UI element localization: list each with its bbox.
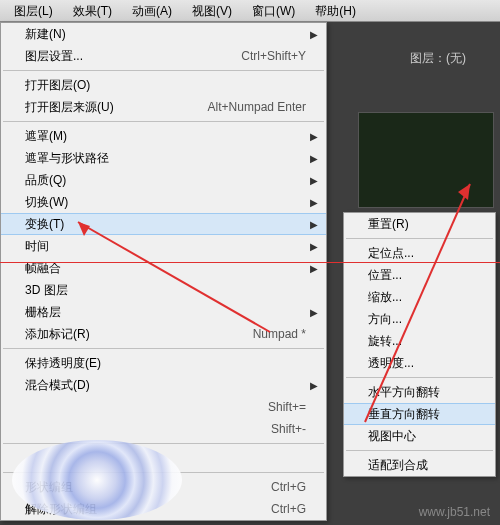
menu-item-shortcut: Ctrl+Shift+Y [241, 49, 306, 63]
menu-item-shortcut: Shift+- [271, 422, 306, 436]
menu-item-label: 打开图层(O) [25, 77, 306, 94]
menu-item-label: 混合模式(D) [25, 377, 306, 394]
menu-item-label: 新建(N) [25, 26, 306, 43]
submenu-arrow-icon: ▶ [310, 153, 318, 164]
layer-menu-item-3-2[interactable]: Shift+= [1, 396, 326, 418]
preview-thumbnail [358, 112, 494, 208]
menu-item-label: 品质(Q) [25, 172, 306, 189]
menu-item-label: 切换(W) [25, 194, 306, 211]
menubar: 图层(L)效果(T)动画(A)视图(V)窗口(W)帮助(H) [0, 0, 500, 22]
layer-menu-item-2-4[interactable]: 变换(T)▶ [1, 213, 326, 235]
submenu-arrow-icon: ▶ [310, 263, 318, 274]
menu-item-label: 缩放... [368, 289, 475, 306]
layer-menu-separator [3, 443, 324, 444]
layer-menu-item-2-8[interactable]: 栅格层▶ [1, 301, 326, 323]
menu-item-label: 水平方向翻转 [368, 384, 475, 401]
transform-menu-item-1-4[interactable]: 旋转... [344, 330, 495, 352]
submenu-arrow-icon: ▶ [310, 29, 318, 40]
layer-menu-item-2-0[interactable]: 遮罩(M)▶ [1, 125, 326, 147]
menu-item-label: 视图中心 [368, 428, 475, 445]
menubar-item-1[interactable]: 效果(T) [63, 0, 122, 21]
layer-menu-item-3-0[interactable]: 保持透明度(E) [1, 352, 326, 374]
menu-item-label: 定位点... [368, 245, 475, 262]
layer-menu-item-0-1[interactable]: 图层设置...Ctrl+Shift+Y [1, 45, 326, 67]
layer-menu-item-0-0[interactable]: 新建(N)▶ [1, 23, 326, 45]
menu-item-label: 透明度... [368, 355, 475, 372]
submenu-arrow-icon: ▶ [310, 197, 318, 208]
menu-item-label: 图层设置... [25, 48, 221, 65]
transform-menu-item-1-5[interactable]: 透明度... [344, 352, 495, 374]
transform-menu-separator [346, 238, 493, 239]
menu-item-shortcut: Shift+= [268, 400, 306, 414]
submenu-arrow-icon: ▶ [310, 219, 318, 230]
layer-menu-item-1-0[interactable]: 打开图层(O) [1, 74, 326, 96]
submenu-arrow-icon: ▶ [310, 241, 318, 252]
submenu-arrow-icon: ▶ [310, 175, 318, 186]
transform-menu-item-2-1[interactable]: 垂直方向翻转 [344, 403, 495, 425]
menu-item-label: 垂直方向翻转 [368, 406, 475, 423]
menu-item-shortcut: Alt+Numpad Enter [208, 100, 306, 114]
transform-menu-separator [346, 377, 493, 378]
menu-item-label: 打开图层来源(U) [25, 99, 188, 116]
layer-menu-item-2-7[interactable]: 3D 图层 [1, 279, 326, 301]
annotation-line [0, 262, 500, 263]
watermark: www.jb51.net [419, 505, 490, 519]
layer-menu-item-2-2[interactable]: 品质(Q)▶ [1, 169, 326, 191]
menubar-item-5[interactable]: 帮助(H) [305, 0, 366, 21]
transform-menu-item-1-1[interactable]: 位置... [344, 264, 495, 286]
menu-item-shortcut: Ctrl+G [271, 480, 306, 494]
menu-item-label: 重置(R) [368, 216, 475, 233]
menu-item-label: 方向... [368, 311, 475, 328]
menubar-item-2[interactable]: 动画(A) [122, 0, 182, 21]
menu-item-label: 栅格层 [25, 304, 306, 321]
layer-menu-separator [3, 70, 324, 71]
layer-menu-separator [3, 121, 324, 122]
transform-menu-item-2-2[interactable]: 视图中心 [344, 425, 495, 447]
submenu-arrow-icon: ▶ [310, 131, 318, 142]
menubar-item-3[interactable]: 视图(V) [182, 0, 242, 21]
main-area: 图层：(无) 新建(N)▶图层设置...Ctrl+Shift+Y打开图层(O)打… [0, 22, 500, 525]
layer-menu-item-3-3[interactable]: Shift+- [1, 418, 326, 440]
layer-menu-item-2-9[interactable]: 添加标记(R)Numpad * [1, 323, 326, 345]
menu-item-label: 适配到合成 [368, 457, 475, 474]
layer-menu-item-1-1[interactable]: 打开图层来源(U)Alt+Numpad Enter [1, 96, 326, 118]
menu-item-label: 3D 图层 [25, 282, 306, 299]
submenu-arrow-icon: ▶ [310, 307, 318, 318]
swirl-graphic [12, 440, 182, 520]
layer-menu-item-2-3[interactable]: 切换(W)▶ [1, 191, 326, 213]
menu-item-label: 遮罩与形状路径 [25, 150, 306, 167]
transform-menu-item-3-0[interactable]: 适配到合成 [344, 454, 495, 476]
transform-submenu: 重置(R)定位点...位置...缩放...方向...旋转...透明度...水平方… [343, 212, 496, 477]
transform-menu-item-1-2[interactable]: 缩放... [344, 286, 495, 308]
menu-item-label: 保持透明度(E) [25, 355, 306, 372]
menu-item-label: 遮罩(M) [25, 128, 306, 145]
menu-item-label: 位置... [368, 267, 475, 284]
layer-menu-item-2-1[interactable]: 遮罩与形状路径▶ [1, 147, 326, 169]
submenu-arrow-icon: ▶ [310, 380, 318, 391]
layer-menu-item-2-5[interactable]: 时间▶ [1, 235, 326, 257]
transform-menu-separator [346, 450, 493, 451]
menu-item-label: 时间 [25, 238, 306, 255]
layer-menu-separator [3, 348, 324, 349]
panel-title: 图层：(无) [410, 50, 466, 67]
menu-item-label: 旋转... [368, 333, 475, 350]
menu-item-shortcut: Ctrl+G [271, 502, 306, 516]
transform-menu-item-0-0[interactable]: 重置(R) [344, 213, 495, 235]
transform-menu-item-2-0[interactable]: 水平方向翻转 [344, 381, 495, 403]
layer-menu-item-3-1[interactable]: 混合模式(D)▶ [1, 374, 326, 396]
menu-item-shortcut: Numpad * [253, 327, 306, 341]
transform-menu-item-1-3[interactable]: 方向... [344, 308, 495, 330]
layer-menu-item-2-6[interactable]: 帧融合▶ [1, 257, 326, 279]
menubar-item-0[interactable]: 图层(L) [4, 0, 63, 21]
transform-menu-item-1-0[interactable]: 定位点... [344, 242, 495, 264]
menubar-item-4[interactable]: 窗口(W) [242, 0, 305, 21]
menu-item-label: 变换(T) [25, 216, 306, 233]
menu-item-label: 添加标记(R) [25, 326, 233, 343]
